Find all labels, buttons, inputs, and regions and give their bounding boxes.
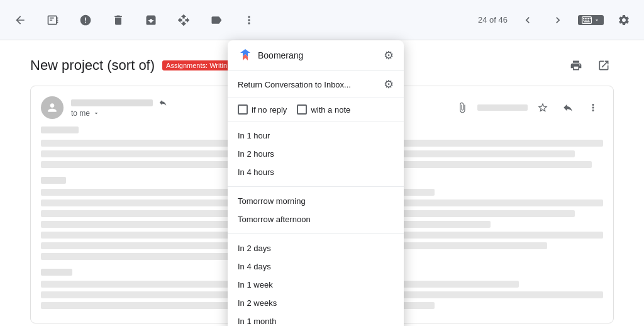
time-option-2days[interactable]: In 2 days xyxy=(228,239,404,257)
svg-rect-2 xyxy=(585,18,586,18)
top-bar-left xyxy=(10,10,259,30)
time-options-group3: In 2 days In 4 days In 1 week In 2 weeks… xyxy=(228,234,404,326)
time-option-1week[interactable]: In 1 week xyxy=(228,276,404,294)
settings-button[interactable] xyxy=(614,10,634,30)
nav-count: 24 of 46 xyxy=(478,15,508,25)
time-option-2hours[interactable]: In 2 hours xyxy=(228,145,404,163)
to-me[interactable]: to me xyxy=(71,109,90,118)
boomerang-logo xyxy=(238,48,253,63)
popup-settings-icon[interactable]: ⚙ xyxy=(384,48,394,62)
popup-header: Boomerang ⚙ xyxy=(228,40,404,71)
email-action-icons xyxy=(452,98,603,118)
svg-rect-1 xyxy=(583,18,584,18)
popout-button[interactable] xyxy=(594,55,614,76)
keyboard-icon[interactable] xyxy=(578,15,604,25)
time-option-tomorrow-morning[interactable]: Tomorrow morning xyxy=(228,192,404,210)
svg-rect-4 xyxy=(588,18,589,18)
svg-rect-5 xyxy=(590,18,591,18)
checkbox-box-2[interactable] xyxy=(297,104,307,115)
more-icon[interactable] xyxy=(239,10,259,30)
svg-rect-6 xyxy=(583,20,584,20)
checkboxes-row: if no reply with a note xyxy=(228,98,404,121)
svg-rect-9 xyxy=(588,20,589,20)
back-button[interactable] xyxy=(10,10,30,30)
svg-rect-10 xyxy=(584,21,589,22)
return-inbox-text: Return Conversation to Inbox... xyxy=(238,80,351,89)
time-option-tomorrow-afternoon[interactable]: Tomorrow afternoon xyxy=(228,210,404,228)
top-bar: 24 of 46 xyxy=(0,0,644,40)
with-a-note-checkbox[interactable]: with a note xyxy=(297,104,350,115)
next-button[interactable] xyxy=(548,10,568,30)
if-no-reply-checkbox[interactable]: if no reply xyxy=(238,104,287,115)
time-option-1hour[interactable]: In 1 hour xyxy=(228,126,404,145)
archive-icon[interactable] xyxy=(141,10,161,30)
checkbox-label-1: if no reply xyxy=(252,105,287,115)
time-option-1month[interactable]: In 1 month xyxy=(228,312,404,326)
prev-button[interactable] xyxy=(518,10,538,30)
checkbox-box-1[interactable] xyxy=(238,104,248,115)
time-options-group1: In 1 hour In 2 hours In 4 hours xyxy=(228,121,404,187)
print-button[interactable] xyxy=(566,55,586,76)
boomerang-popup: Boomerang ⚙ Return Conversation to Inbox… xyxy=(228,40,404,326)
alert-icon[interactable] xyxy=(75,10,96,30)
svg-rect-3 xyxy=(586,18,587,18)
email-area: New project (sort of) Assignments: Writi… xyxy=(0,40,644,326)
gear-icon[interactable]: ⚙ xyxy=(384,77,394,91)
avatar xyxy=(41,96,64,119)
popup-subheader: Return Conversation to Inbox... ⚙ xyxy=(228,71,404,98)
svg-rect-8 xyxy=(586,20,587,20)
no-reply-icon[interactable] xyxy=(43,10,63,30)
time-option-4hours[interactable]: In 4 hours xyxy=(228,163,404,181)
label-icon[interactable] xyxy=(206,10,226,30)
reply-small-icon[interactable] xyxy=(158,98,168,108)
reply-button[interactable] xyxy=(558,98,578,118)
trash-icon[interactable] xyxy=(108,10,128,30)
checkbox-label-2: with a note xyxy=(311,105,350,115)
email-subject-text: New project (sort of) xyxy=(30,57,155,74)
popup-title: Boomerang xyxy=(258,50,303,60)
move-icon[interactable] xyxy=(174,10,194,30)
attachment-icon[interactable] xyxy=(452,98,472,118)
top-bar-right: 24 of 46 xyxy=(478,10,634,30)
time-options-group2: Tomorrow morning Tomorrow afternoon xyxy=(228,187,404,234)
label-badge: Assignments: Writin xyxy=(162,60,231,70)
star-button[interactable] xyxy=(533,98,553,118)
svg-rect-7 xyxy=(585,20,586,20)
time-option-4days[interactable]: In 4 days xyxy=(228,257,404,276)
more-email-button[interactable] xyxy=(583,98,603,118)
time-option-2weeks[interactable]: In 2 weeks xyxy=(228,294,404,312)
